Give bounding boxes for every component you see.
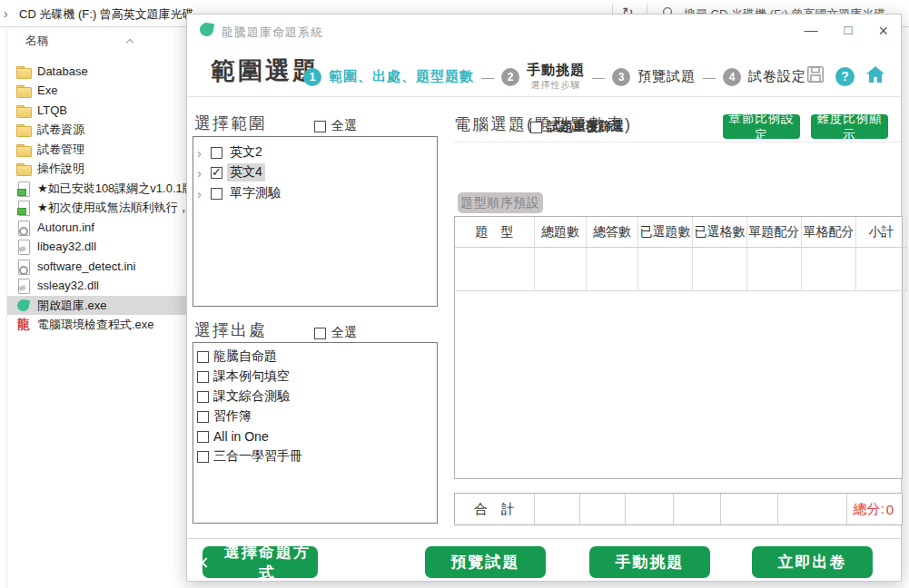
total-empty-cell: [626, 494, 674, 524]
list-item[interactable]: 課文綜合測驗: [197, 387, 290, 407]
total-score-cell: 總分: 0: [847, 494, 902, 524]
file-row[interactable]: 試卷資源: [7, 120, 188, 139]
checkbox[interactable]: [197, 411, 209, 423]
step-separator: —: [592, 70, 605, 84]
tree-item[interactable]: › 英文2: [197, 142, 265, 162]
question-type-table: 題 型 總題數 總答數 已選題數 已選格數 單題配分 單格配分 小計: [454, 216, 903, 479]
checkbox[interactable]: [530, 122, 542, 133]
list-item-label[interactable]: All in One: [213, 429, 269, 444]
total-empty-cell: [674, 494, 721, 524]
back-button[interactable]: 選擇命題方式: [203, 546, 318, 578]
table-empty-cell: [856, 248, 907, 291]
file-row[interactable]: ssleay32.dll: [7, 276, 188, 295]
file-row[interactable]: 試卷管理: [7, 140, 188, 159]
select-all-label: 全選: [331, 325, 357, 341]
config-file-icon: [16, 220, 31, 235]
tree-item-label[interactable]: 英文2: [227, 143, 265, 162]
checkbox[interactable]: [211, 188, 222, 200]
file-row[interactable]: ★如已安裝108課綱之v1.0.1版: [7, 179, 188, 198]
checkbox-checked[interactable]: ✓: [211, 167, 222, 179]
tree-item[interactable]: › ✓ 英文4: [197, 162, 265, 182]
checkbox[interactable]: [197, 451, 209, 463]
list-item[interactable]: 龍騰自命題: [197, 347, 277, 367]
folder-icon: [16, 142, 31, 157]
file-row[interactable]: software_detect.ini: [7, 257, 188, 276]
file-name: 電腦環境檢查程式.exe: [37, 317, 154, 333]
list-item-label[interactable]: 三合一學習手冊: [213, 448, 302, 465]
app-leaf-icon: [16, 299, 31, 313]
checkbox[interactable]: [197, 431, 209, 443]
file-name: libeay32.dll: [37, 240, 96, 253]
folder-icon: [16, 162, 31, 176]
list-item-label[interactable]: 習作簿: [213, 408, 252, 425]
list-item[interactable]: 習作簿: [197, 407, 252, 426]
file-name: 試卷資源: [37, 122, 84, 138]
list-item[interactable]: 課本例句填空: [197, 367, 290, 387]
list-item[interactable]: 三合一學習手冊: [197, 446, 302, 466]
file-name: 操作說明: [37, 161, 84, 177]
total-empty-cell: [721, 494, 778, 524]
footer-divider: [187, 538, 901, 539]
range-select-all[interactable]: 全選: [314, 118, 357, 134]
expander-icon[interactable]: ›: [197, 186, 206, 201]
column-header-name[interactable]: 名稱: [25, 33, 49, 49]
list-item-label[interactable]: 課文綜合測驗: [213, 388, 290, 405]
manual-pick-button[interactable]: 手動挑題: [589, 546, 710, 578]
score-label: 總分:: [853, 501, 884, 518]
table-header: 已選題數: [638, 217, 693, 248]
preview-button[interactable]: 預覽試題: [425, 546, 546, 578]
chevron-left-icon: [201, 557, 211, 567]
chapter-ratio-button[interactable]: 章節比例設定: [723, 114, 800, 139]
home-icon[interactable]: [865, 64, 886, 89]
list-item-label[interactable]: 龍騰自命題: [213, 348, 277, 365]
breadcrumb[interactable]: CD 光碟機 (F:) 曾高英文題庫光碟: [19, 6, 194, 23]
sort-asc-icon[interactable]: [127, 33, 133, 49]
expander-icon[interactable]: ›: [197, 165, 206, 181]
checkbox[interactable]: [314, 121, 326, 132]
document-icon: [16, 201, 31, 215]
file-row[interactable]: 操作說明: [7, 159, 188, 178]
list-item[interactable]: All in One: [197, 426, 269, 446]
table-empty-cell: [693, 248, 747, 291]
checkbox[interactable]: [197, 391, 209, 403]
question-order-button[interactable]: 題型順序預設: [458, 192, 543, 213]
file-row-selected[interactable]: 開啟題庫.exe: [7, 296, 188, 315]
file-row[interactable]: Database: [7, 62, 188, 81]
help-icon[interactable]: ?: [835, 67, 855, 86]
folder-icon: [16, 83, 31, 98]
tree-item[interactable]: › 單字測驗: [197, 183, 283, 203]
file-row[interactable]: Exe: [7, 81, 188, 100]
config-file-icon: [16, 260, 31, 274]
close-button[interactable]: ×: [878, 22, 888, 41]
tree-item-label[interactable]: 單字測驗: [227, 184, 283, 202]
save-icon[interactable]: [805, 64, 825, 88]
checkbox[interactable]: [211, 147, 222, 159]
tree-item-label[interactable]: 英文4: [227, 163, 265, 181]
checkbox[interactable]: [314, 328, 326, 339]
file-row[interactable]: libeay32.dll: [7, 237, 188, 256]
score-value: 0: [886, 502, 894, 517]
duplicate-filter[interactable]: 試題重覆篩選: [530, 119, 624, 135]
checkbox[interactable]: [197, 371, 209, 383]
expander-icon[interactable]: ›: [197, 145, 206, 161]
total-empty-cell: [535, 494, 580, 524]
select-all-label: 全選: [331, 118, 357, 134]
file-row[interactable]: 龍電腦環境檢查程式.exe: [7, 315, 188, 334]
difficulty-ratio-button[interactable]: 難度比例顯示: [811, 114, 888, 139]
header-divider: [187, 96, 901, 97]
file-name: 試卷管理: [37, 142, 84, 158]
duplicate-filter-label: 試題重覆篩選: [548, 119, 624, 135]
file-row[interactable]: LTQB: [7, 101, 188, 120]
source-select-all[interactable]: 全選: [314, 325, 357, 341]
generate-button[interactable]: 立即出卷: [752, 546, 873, 578]
checkbox[interactable]: [197, 351, 209, 363]
minimize-button[interactable]: —: [804, 22, 817, 41]
folder-icon: [16, 103, 31, 118]
total-empty-cell: [778, 494, 847, 524]
file-name: ssleay32.dll: [37, 279, 99, 292]
maximize-button[interactable]: □: [844, 22, 852, 41]
file-name: Database: [37, 64, 88, 78]
file-row[interactable]: Autorun.inf: [7, 218, 188, 237]
list-item-label[interactable]: 課本例句填空: [213, 368, 290, 385]
file-row[interactable]: ★初次使用或無法順利執行，請: [7, 198, 188, 217]
